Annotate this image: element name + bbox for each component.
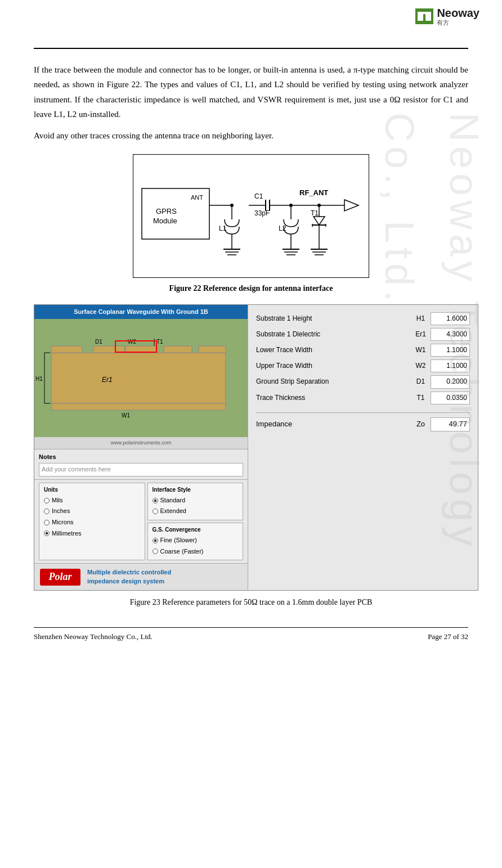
svg-marker-29 [313,217,325,225]
svg-text:D1: D1 [95,339,102,345]
unit-mils[interactable]: Mils [44,496,140,506]
radio-millimetres[interactable] [44,530,50,536]
param-value: 4.3000 [431,328,470,341]
radio-inches[interactable] [44,509,50,514]
figure22-container: GPRS Module ANT C1 33pF [34,154,468,278]
footer-company: Shenzhen Neoway Technology Co., Ltd. [34,631,153,643]
circuit-diagram: GPRS Module ANT C1 33pF [133,154,369,278]
param-value: 1.6000 [431,312,470,325]
polar-screenshot: Surface Coplanar Waveguide With Ground 1… [34,304,478,591]
figure22-caption: Figure 22 Reference design for antenna i… [34,282,468,295]
polar-diagram-title: Surface Coplanar Waveguide With Ground 1… [34,305,248,320]
svg-marker-41 [344,200,358,211]
param-symbol: T1 [411,393,431,403]
figure23-caption: Figure 23 Reference parameters for 50Ω t… [34,596,468,609]
svg-text:L2: L2 [279,224,286,232]
param-value: 0.2000 [431,375,470,388]
gs-convergence-title: G.S. Convergence [153,525,239,534]
style-convergence: Interface Style Standard Extended [147,483,244,560]
red-indicator [115,340,157,353]
interface-style-box: Interface Style Standard Extended [147,483,244,520]
svg-text:T1: T1 [311,209,319,217]
footer-page: Page 27 of 32 [428,631,468,643]
body-paragraph2: Avoid any other traces crossing the ante… [34,128,468,143]
polar-notes: Notes Add your comments here [34,449,248,479]
radio-microns[interactable] [44,520,50,525]
unit-millimetres[interactable]: Millimetres [44,529,140,539]
svg-rect-43 [51,353,226,403]
param-value: 1.1000 [431,344,470,357]
params-container: Substrate 1 Height H1 1.6000 Substrate 1… [256,312,470,404]
style-extended[interactable]: Extended [153,506,239,516]
param-symbol: W2 [411,361,431,371]
gs-convergence-box: G.S. Convergence Fine (Slower) Coarse (F… [147,523,244,560]
param-label: Substrate 1 Dielectric [256,329,411,340]
page-footer: Shenzhen Neoway Technology Co., Ltd. Pag… [34,627,468,643]
radio-extended[interactable] [153,509,158,514]
svg-text:W1: W1 [122,412,130,419]
impedance-label: Impedance [256,419,411,430]
svg-text:Module: Module [153,217,177,225]
interface-style-title: Interface Style [153,485,239,494]
svg-rect-48 [199,346,226,353]
svg-text:33pF: 33pF [254,209,270,217]
svg-text:Er1: Er1 [102,376,113,384]
param-label: Substrate 1 Height [256,313,411,324]
polar-url: www.polarinstruments.com [34,437,248,448]
style-standard[interactable]: Standard [153,496,239,506]
param-label: Lower Trace Width [256,345,411,356]
polar-footer: Polar Multiple dielectric controlled imp… [34,563,248,590]
impedance-section: Impedance Zo 49.77 [256,412,470,431]
param-label: Trace Thickness [256,393,411,403]
radio-standard[interactable] [153,498,158,503]
svg-rect-44 [51,346,82,353]
svg-text:T1: T1 [156,339,163,345]
param-symbol: W1 [411,345,431,356]
param-symbol: Er1 [411,329,431,340]
param-row: Trace Thickness T1 0.0350 [256,392,470,404]
svg-text:C1: C1 [254,192,263,200]
footer-text-line1: Multiple dielectric controlled [87,568,171,577]
param-value: 0.0350 [431,392,470,404]
radio-coarse[interactable] [153,548,158,554]
param-value: 1.1000 [431,359,470,372]
impedance-row: Impedance Zo 49.77 [256,417,470,431]
header-divider [34,48,468,49]
unit-inches[interactable]: Inches [44,506,140,516]
svg-rect-49 [51,403,226,410]
param-symbol: H1 [411,313,431,324]
logo-chinese: 有方 [437,19,479,26]
param-row: Ground Strip Separation D1 0.2000 [256,375,470,388]
param-row: Upper Trace Width W2 1.1000 [256,359,470,372]
polar-right-panel: Substrate 1 Height H1 1.6000 Substrate 1… [248,305,478,590]
units-title: Units [44,485,140,494]
notes-label: Notes [39,452,243,462]
svg-text:RF_ANT: RF_ANT [299,188,328,197]
param-symbol: D1 [411,376,431,387]
polar-left-panel: Surface Coplanar Waveguide With Ground 1… [34,305,248,590]
logo-neoway: Neoway [437,7,479,19]
convergence-coarse[interactable]: Coarse (Faster) [153,547,239,557]
radio-fine[interactable] [153,538,158,543]
body-paragraph1: If the trace between the module and conn… [34,62,468,122]
svg-rect-47 [164,346,192,353]
convergence-fine[interactable]: Fine (Slower) [153,536,239,546]
svg-text:H1: H1 [35,376,43,382]
impedance-value: 49.77 [431,417,470,431]
param-label: Upper Trace Width [256,361,411,371]
param-row: Substrate 1 Dielectric Er1 4.3000 [256,328,470,341]
units-box: Units Mils Inches Microns [39,483,145,560]
svg-text:GPRS: GPRS [156,207,177,215]
units-and-controls: Units Mils Inches Microns [34,479,248,563]
param-row: Substrate 1 Height H1 1.6000 [256,312,470,325]
radio-mils[interactable] [44,498,50,503]
svg-text:L1: L1 [219,224,227,232]
polar-diagram-area: W2 D1 T1 H1 Er1 W1 [34,319,248,437]
impedance-symbol: Zo [411,419,431,430]
polar-logo: Polar [40,569,80,586]
svg-rect-2 [418,12,431,14]
param-row: Lower Trace Width W1 1.1000 [256,344,470,357]
notes-input[interactable]: Add your comments here [39,463,243,476]
polar-footer-text: Multiple dielectric controlled impedance… [87,568,171,586]
unit-microns[interactable]: Microns [44,518,140,528]
